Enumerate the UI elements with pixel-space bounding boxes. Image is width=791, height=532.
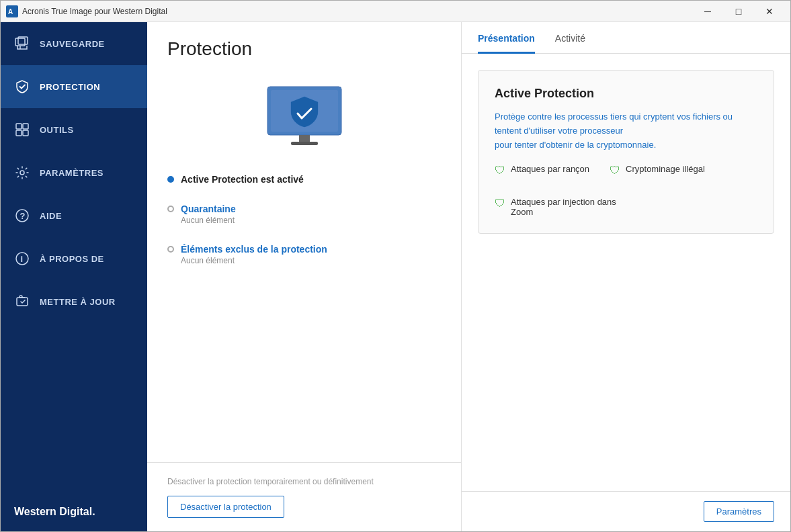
page-title: Protection — [147, 22, 461, 73]
feature-rancon: 🛡 Attaques par rançon — [495, 164, 589, 177]
svg-point-7 — [20, 171, 24, 175]
apropos-label: À PROPOS DE — [40, 254, 104, 264]
svg-rect-12 — [17, 298, 28, 306]
parametres-label: PARAMÈTRES — [40, 168, 103, 178]
feature-icon-zoom: 🛡 — [495, 197, 505, 210]
right-panel: Présentation Activité Active Protection … — [462, 22, 790, 531]
window-title: Acronis True Image pour Western Digital — [22, 7, 692, 16]
quarantine-item[interactable]: Quarantaine Aucun élément — [147, 197, 461, 232]
titlebar: A Acronis True Image pour Western Digita… — [1, 1, 790, 22]
sidebar-item-outils[interactable]: OUTILS — [1, 108, 147, 151]
sidebar-item-protection[interactable]: PROTECTION — [1, 65, 147, 108]
mettreajour-icon — [14, 294, 30, 310]
sidebar-item-apropos[interactable]: i À PROPOS DE — [1, 237, 147, 280]
panel-footer: Désactiver la protection temporairement … — [147, 462, 461, 531]
content-area: Protection — [147, 22, 790, 531]
tab-presentation[interactable]: Présentation — [478, 22, 535, 54]
right-footer: Paramètres — [462, 491, 790, 531]
sidebar-item-mettreajour[interactable]: METTRE À JOUR — [1, 280, 147, 323]
svg-text:?: ? — [20, 211, 26, 221]
tab-activite[interactable]: Activité — [555, 22, 585, 54]
svg-rect-15 — [299, 135, 310, 142]
footer-hint: Désactiver la protection temporairement … — [167, 476, 441, 488]
svg-rect-4 — [23, 124, 28, 129]
quarantine-dot — [167, 206, 174, 212]
quarantine-sub: Aucun élément — [181, 216, 236, 225]
tab-content: Active Protection Protège contre les pro… — [462, 54, 790, 491]
exclusion-item[interactable]: Éléments exclus de la protection Aucun é… — [147, 237, 461, 272]
mettreajour-label: METTRE À JOUR — [40, 297, 116, 307]
feature-label-crypto: Cryptominage illégal — [626, 164, 705, 174]
monitor-shield-icon — [257, 80, 351, 154]
minimize-button[interactable]: ─ — [692, 1, 723, 22]
left-panel: Protection — [147, 22, 462, 531]
aide-icon: ? — [14, 208, 30, 224]
card-description: Protège contre les processus tiers qui c… — [495, 110, 757, 152]
brand-label: Western Digital. — [1, 492, 147, 531]
shield-image-container — [147, 73, 461, 167]
sauvegarde-icon — [14, 36, 30, 52]
feature-label-rancon: Attaques par rançon — [511, 164, 589, 174]
svg-rect-6 — [23, 130, 28, 136]
disable-protection-button[interactable]: Désactiver la protection — [167, 496, 284, 518]
exclusion-dot — [167, 246, 174, 253]
features-list: 🛡 Attaques par rançon 🛡 Cryptominage ill… — [495, 164, 757, 217]
parametres-button[interactable]: Paramètres — [704, 501, 774, 522]
svg-text:i: i — [21, 254, 24, 264]
app-icon: A — [6, 5, 18, 17]
exclusion-sub: Aucun élément — [181, 256, 327, 265]
parametres-icon — [14, 165, 30, 181]
tabs: Présentation Activité — [462, 22, 790, 54]
card-title: Active Protection — [495, 87, 757, 101]
active-status-label: Active Protection est activé — [181, 174, 304, 185]
apropos-icon: i — [14, 251, 30, 267]
feature-icon-rancon: 🛡 — [495, 165, 505, 177]
aide-label: AIDE — [40, 211, 62, 221]
active-dot — [167, 176, 174, 183]
window-controls: ─ □ ✕ — [692, 1, 785, 22]
active-protection-card: Active Protection Protège contre les pro… — [478, 70, 774, 234]
svg-text:A: A — [8, 8, 13, 15]
sidebar-spacer — [1, 323, 147, 492]
main-layout: SAUVEGARDE PROTECTION — [1, 22, 790, 531]
quarantine-link[interactable]: Quarantaine — [181, 204, 236, 214]
sidebar-item-parametres[interactable]: PARAMÈTRES — [1, 151, 147, 194]
protection-icon — [14, 79, 30, 95]
maximize-button[interactable]: □ — [723, 1, 754, 22]
protection-label: PROTECTION — [40, 82, 100, 92]
exclusion-link[interactable]: Éléments exclus de la protection — [181, 244, 327, 255]
feature-crypto: 🛡 Cryptominage illégal — [610, 164, 705, 177]
sauvegarde-label: SAUVEGARDE — [40, 39, 105, 49]
feature-icon-crypto: 🛡 — [610, 165, 620, 177]
two-panels: Protection — [147, 22, 790, 531]
sidebar-item-sauvegarde[interactable]: SAUVEGARDE — [1, 22, 147, 65]
close-button[interactable]: ✕ — [754, 1, 785, 22]
svg-rect-3 — [16, 124, 22, 129]
outils-label: OUTILS — [40, 125, 74, 135]
sidebar-item-aide[interactable]: ? AIDE — [1, 194, 147, 237]
feature-label-zoom: Attaques par injection dansZoom — [511, 197, 616, 217]
feature-zoom: 🛡 Attaques par injection dansZoom — [495, 197, 616, 217]
sidebar: SAUVEGARDE PROTECTION — [1, 22, 147, 531]
outils-icon — [14, 122, 30, 138]
svg-rect-16 — [291, 142, 318, 145]
status-active-item: Active Protection est activé — [147, 167, 461, 191]
svg-rect-5 — [16, 130, 22, 136]
app-window: A Acronis True Image pour Western Digita… — [0, 0, 791, 532]
